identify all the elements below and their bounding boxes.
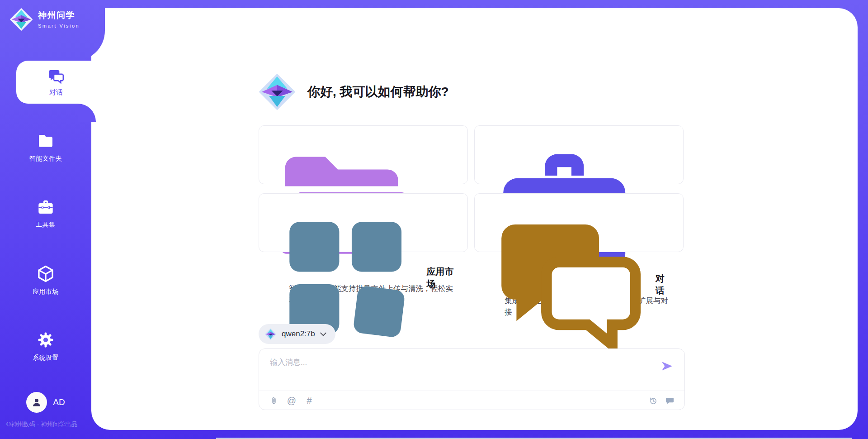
sidebar-item-label: 对话 [49,88,63,97]
card-chat[interactable]: 对话 灵活切换多模型文件，支持多样回复效果调试，满足个性化需求 [474,193,684,252]
at-icon[interactable]: @ [287,396,297,406]
sidebar-item-toolset[interactable]: 工具集 [0,198,91,229]
copyright-text: ©神州数码 · 神州问学出品 [6,420,77,429]
sidebar-item-label: 智能文件夹 [29,155,62,163]
brand-logo-block[interactable]: 神州问学 Smart Vision [0,0,105,61]
sidebar-item-smart-folder[interactable]: 智能文件夹 [0,132,91,163]
brand-text: 神州问学 Smart Vision [38,10,80,29]
card-title: 对话 [656,272,671,297]
folder-icon [37,132,55,150]
tab-corner-fillet [78,104,96,122]
person-icon [31,396,42,408]
composer-toolbar: @ # [269,391,675,410]
model-selector[interactable]: qwen2:7b [259,324,335,344]
chat-bubble-icon[interactable] [665,396,675,406]
cube-icon [36,264,55,283]
card-smart-folder[interactable]: 智能文件夹 智能文件夹功能支持批量文件上传与清洗，轻松实现文件问答 [259,125,468,184]
model-name: qwen2:7b [282,329,315,339]
gem-logo-icon [9,7,33,32]
brand-name: 神州问学 [38,10,80,21]
message-input[interactable] [269,356,646,386]
gem-logo-icon [264,328,277,340]
feature-cards: 智能文件夹 智能文件夹功能支持批量文件上传与清洗，轻松实现文件问答 工具集 集成… [259,125,684,252]
avatar [26,392,47,413]
card-title: 应用市场 [426,266,456,290]
user-name: AD [53,397,65,407]
message-composer: @ # [259,348,685,410]
sidebar-item-app-market[interactable]: 应用市场 [0,264,91,296]
sidebar-item-chat[interactable]: 对话 [16,61,96,104]
hash-icon[interactable]: # [304,396,314,406]
card-app-market[interactable]: 应用市场 应用市场提供丰富长文本模板，助力高效生成多样化文章内容 [259,193,468,252]
brand-subtitle: Smart Vision [38,23,80,29]
sidebar-item-settings[interactable]: 系统设置 [0,330,91,362]
card-toolset[interactable]: 工具集 集成市场上主流工具，助力AI与外界无缝扩展与对接 [474,125,684,184]
user-account[interactable]: AD [0,392,91,413]
chat-icon [47,68,65,85]
sidebar-item-label: 工具集 [36,221,56,229]
briefcase-icon [37,198,55,216]
chat-icon [486,203,649,366]
greeting-block: 你好, 我可以如何帮助你? [258,72,449,111]
sidebar-item-label: 系统设置 [33,354,59,362]
gem-logo-icon [258,72,297,111]
send-icon[interactable] [660,359,674,373]
history-icon[interactable] [648,396,658,406]
app-window: 神州问学 Smart Vision 对话 智能文件夹 工具集 [0,0,868,439]
sidebar-item-label: 应用市场 [33,288,59,296]
greeting-title: 你好, 我可以如何帮助你? [307,83,449,100]
chevron-down-icon [320,332,326,336]
gear-icon [36,330,55,349]
paperclip-icon[interactable] [269,396,279,406]
